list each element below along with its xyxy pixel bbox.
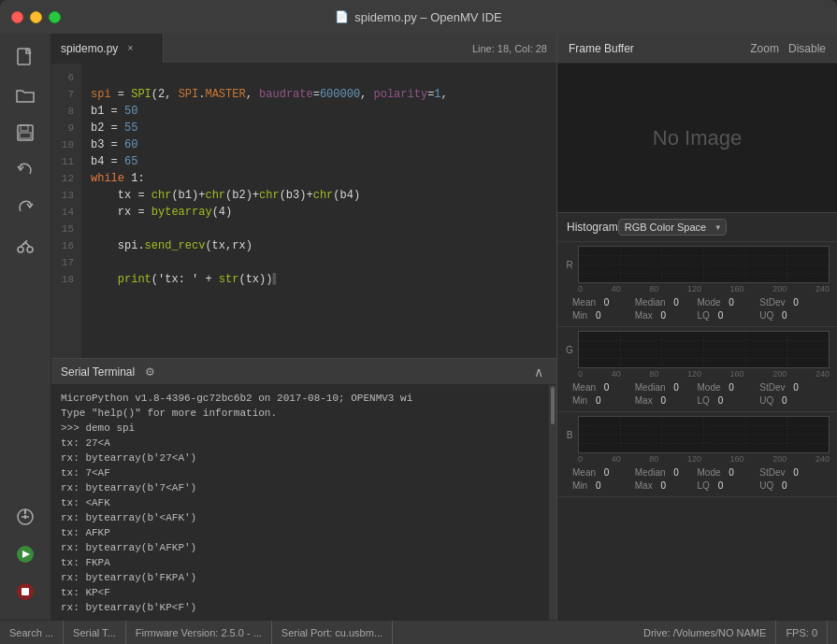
- g-channel-block: G 04: [557, 327, 837, 412]
- fps-label: FPS: 0: [786, 627, 817, 638]
- terminal-controls: ∧: [530, 365, 547, 379]
- disable-button[interactable]: Disable: [788, 42, 826, 55]
- code-editor[interactable]: 6 7 8 9 10 11 12 13 14 15 16 17 18 spi =…: [51, 64, 556, 358]
- r-channel-block: R 04: [557, 242, 837, 327]
- serial-port-status[interactable]: Serial Port: cu.usbm...: [272, 621, 393, 644]
- frame-buffer-header: Frame Buffer Zoom Disable: [557, 34, 837, 64]
- tab-close-button[interactable]: ×: [123, 42, 137, 55]
- svg-rect-3: [20, 133, 31, 138]
- scissors-icon[interactable]: [8, 228, 42, 262]
- b-stats-row2: Min 0 Max 0 LQ 0 UQ 0: [565, 479, 830, 494]
- b-stats-row1: Mean 0 Median 0 Mode 0 StDev 0: [565, 465, 830, 479]
- b-histogram-graph: [578, 416, 830, 453]
- histogram-header: Histogram RGB Color Space Grayscale LAB …: [557, 213, 837, 242]
- histogram-title: Histogram: [567, 221, 618, 234]
- title-bar: 📄 spidemo.py – OpenMV IDE: [0, 0, 837, 34]
- no-image-area: No Image: [557, 64, 837, 213]
- new-file-icon[interactable]: [8, 41, 42, 75]
- frame-buffer-title: Frame Buffer: [569, 42, 634, 55]
- run-icon[interactable]: [8, 537, 42, 571]
- serial-status[interactable]: Serial T...: [64, 621, 126, 644]
- serial-label: Serial T...: [73, 627, 116, 638]
- terminal-header: Serial Terminal ⚙ ∧: [51, 359, 556, 385]
- center-area: spidemo.py × Line: 18, Col: 28 6 7 8 9 1…: [51, 34, 556, 620]
- svg-point-5: [27, 247, 33, 252]
- traffic-lights: [11, 11, 61, 23]
- svg-rect-13: [22, 588, 29, 595]
- g-axis-labels: 04080120160200240: [565, 368, 830, 380]
- r-histogram-graph: [578, 246, 830, 283]
- terminal-title: Serial Terminal: [61, 365, 135, 379]
- r-stats-row1: Mean 0 Median 0 Mode 0 StDev 0: [565, 295, 830, 309]
- minimize-button[interactable]: [30, 11, 42, 23]
- color-space-selector[interactable]: RGB Color Space Grayscale LAB Color Spac…: [618, 219, 727, 236]
- r-channel-row: R: [565, 246, 830, 283]
- status-bar: Search ... Serial T... Firmware Version:…: [0, 620, 837, 644]
- r-stats-row2: Min 0 Max 0 LQ 0 UQ 0: [565, 309, 830, 324]
- g-stats-row2: Min 0 Max 0 LQ 0 UQ 0: [565, 394, 830, 409]
- search-status[interactable]: Search ...: [9, 621, 64, 644]
- window-title: 📄 spidemo.py – OpenMV IDE: [335, 10, 502, 24]
- editor-tab[interactable]: spidemo.py ×: [51, 34, 164, 63]
- search-label: Search ...: [9, 627, 53, 638]
- b-channel-row: B: [565, 416, 830, 453]
- g-channel-label: G: [565, 345, 574, 355]
- svg-point-4: [18, 247, 23, 252]
- svg-rect-2: [21, 125, 28, 131]
- stop-icon[interactable]: [8, 575, 42, 608]
- frame-buffer-controls: Zoom Disable: [750, 42, 826, 55]
- editor-tabbar: spidemo.py × Line: 18, Col: 28: [51, 34, 556, 64]
- drive-label: Drive: /Volumes/NO NAME: [643, 627, 766, 638]
- fps-status: FPS: 0: [776, 621, 828, 644]
- terminal-output[interactable]: MicroPython v1.8-4396-gc72bc6b2 on 2017-…: [51, 385, 549, 620]
- r-channel-label: R: [565, 260, 574, 270]
- serial-terminal: Serial Terminal ⚙ ∧ MicroPython v1.8-439…: [51, 358, 556, 620]
- editor-position: Line: 18, Col: 28: [472, 43, 556, 54]
- g-channel-row: G: [565, 331, 830, 368]
- save-file-icon[interactable]: [8, 116, 42, 150]
- connect-icon[interactable]: [8, 500, 42, 534]
- b-channel-label: B: [565, 430, 574, 440]
- doc-icon: 📄: [335, 10, 349, 23]
- drive-status[interactable]: Drive: /Volumes/NO NAME: [634, 621, 776, 644]
- terminal-collapse-button[interactable]: ∧: [530, 365, 547, 379]
- serial-port-label: Serial Port: cu.usbm...: [281, 627, 382, 638]
- open-file-icon[interactable]: [8, 79, 42, 112]
- main-container: spidemo.py × Line: 18, Col: 28 6 7 8 9 1…: [0, 34, 837, 620]
- no-image-text: No Image: [653, 126, 742, 150]
- b-channel-block: B 04: [557, 412, 837, 497]
- undo-icon[interactable]: [8, 153, 42, 187]
- tab-filename: spidemo.py: [61, 42, 118, 55]
- right-panel: Frame Buffer Zoom Disable No Image Histo…: [556, 34, 837, 620]
- line-numbers: 6 7 8 9 10 11 12 13 14 15 16 17 18: [51, 64, 81, 358]
- b-axis-labels: 04080120160200240: [565, 453, 830, 465]
- terminal-scrollbar[interactable]: [549, 385, 556, 620]
- g-stats-row1: Mean 0 Median 0 Mode 0 StDev 0: [565, 380, 830, 394]
- color-space-select[interactable]: RGB Color Space Grayscale LAB Color Spac…: [618, 219, 727, 236]
- title-text: spidemo.py – OpenMV IDE: [354, 10, 502, 24]
- firmware-status[interactable]: Firmware Version: 2.5.0 - ...: [126, 621, 272, 644]
- left-sidebar: [0, 34, 51, 620]
- fullscreen-button[interactable]: [49, 11, 61, 23]
- code-content[interactable]: spi = SPI(2, SPI.MASTER, baudrate=600000…: [81, 64, 457, 358]
- close-button[interactable]: [11, 11, 23, 23]
- r-axis-labels: 04080120160200240: [565, 283, 830, 295]
- histogram-section: Histogram RGB Color Space Grayscale LAB …: [557, 213, 837, 620]
- g-histogram-graph: [578, 331, 830, 368]
- firmware-label: Firmware Version: 2.5.0 - ...: [136, 627, 262, 638]
- zoom-button[interactable]: Zoom: [750, 42, 779, 55]
- terminal-settings-icon[interactable]: ⚙: [142, 365, 157, 379]
- redo-icon[interactable]: [8, 191, 42, 224]
